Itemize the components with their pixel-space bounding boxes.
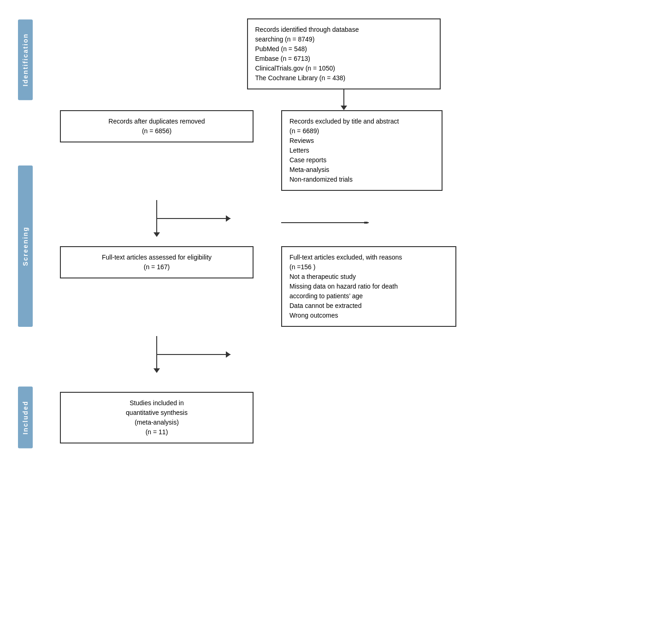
arrow-right-line1 xyxy=(281,222,373,224)
identification-label-wrapper: Identification xyxy=(9,9,41,110)
screening-right1: Records excluded by title and abstract (… xyxy=(267,110,641,191)
exft-line3: Not a therapeutic study xyxy=(289,273,356,280)
included-center: Studies included in quantitative synthes… xyxy=(46,392,267,443)
ext-line7: Non-randomized trials xyxy=(289,176,353,183)
ext-line1: Records excluded by title and abstract xyxy=(289,118,399,125)
branch-svg2 xyxy=(46,336,267,373)
inc-line2: quantitative synthesis xyxy=(126,409,188,416)
identification-box: Records identified through database sear… xyxy=(247,18,441,89)
svg-marker-1 xyxy=(341,106,347,110)
arrow-area1 xyxy=(46,200,267,237)
screening-row2: Full-text articles assessed for eligibil… xyxy=(46,246,641,327)
exft-line2: (n =156 ) xyxy=(289,263,315,271)
identification-phase: Identification Records identified throug… xyxy=(9,9,646,110)
identification-center-col: Records identified through database sear… xyxy=(233,18,454,110)
included-label: Included xyxy=(18,387,33,449)
svg-marker-8 xyxy=(364,222,369,224)
arrow-area2 xyxy=(46,336,267,373)
id-line3: PubMed (n = 548) xyxy=(255,45,307,53)
id-line2: searching (n = 8749) xyxy=(255,35,315,43)
exft-line6: Data cannot be extracted xyxy=(289,302,361,309)
ext-line5: Case reports xyxy=(289,156,326,164)
ext-line6: Meta-analysis xyxy=(289,166,329,173)
screening-label: Screening xyxy=(18,165,33,327)
arrow-right-ext1 xyxy=(267,200,641,225)
excluded-title-box: Records excluded by title and abstract (… xyxy=(281,110,443,191)
inc-line4: (n = 11) xyxy=(146,428,168,436)
screening-right2: Full-text articles excluded, with reason… xyxy=(267,246,641,327)
screening-center2: Full-text articles assessed for eligibil… xyxy=(46,246,267,278)
screening-label-wrapper: Screening xyxy=(9,110,41,382)
identification-body: Records identified through database sear… xyxy=(41,9,646,110)
screening-body: Records after duplicates removed (n = 68… xyxy=(41,110,646,382)
identification-label: Identification xyxy=(18,19,33,100)
exft-line4: Missing data on hazard ratio for death xyxy=(289,283,398,290)
ext-line3: Reviews xyxy=(289,137,314,144)
svg-marker-6 xyxy=(153,232,160,237)
screening-center1: Records after duplicates removed (n = 68… xyxy=(46,110,267,142)
id-line5: ClinicalTrials.gov (n = 1050) xyxy=(255,65,335,72)
ext-line4: Letters xyxy=(289,147,309,154)
svg-marker-13 xyxy=(153,368,160,373)
duplicates-box: Records after duplicates removed (n = 68… xyxy=(60,110,254,142)
id-line4: Embase (n = 6713) xyxy=(255,55,310,62)
screening-arrows2 xyxy=(46,336,641,373)
screening-arrows1 xyxy=(46,200,641,237)
svg-marker-11 xyxy=(226,351,230,358)
branch-svg1 xyxy=(46,200,267,237)
included-box: Studies included in quantitative synthes… xyxy=(60,392,254,443)
ext-line2: (n = 6689) xyxy=(289,127,319,135)
id-line1: Records identified through database xyxy=(255,26,359,33)
ft-line1: Full-text articles assessed for eligibil… xyxy=(102,254,212,261)
included-body: Studies included in quantitative synthes… xyxy=(41,382,646,453)
svg-marker-4 xyxy=(226,215,230,222)
inc-line1: Studies included in xyxy=(130,399,184,407)
prisma-diagram: Identification Records identified throug… xyxy=(9,9,646,453)
included-phase: Included Studies included in quantitativ… xyxy=(9,382,646,453)
inc-line3: (meta-analysis) xyxy=(135,419,179,426)
included-label-wrapper: Included xyxy=(9,382,41,453)
id-line6: The Cochrane Library (n = 438) xyxy=(255,74,346,82)
exft-line1: Full-text articles excluded, with reason… xyxy=(289,254,402,261)
screening-phase: Screening Records after duplicates remov… xyxy=(9,110,646,382)
dup-line2: (n = 6856) xyxy=(142,127,171,135)
arrow-id-to-screen xyxy=(339,89,348,110)
fulltext-box: Full-text articles assessed for eligibil… xyxy=(60,246,254,278)
exft-line5: according to patients’ age xyxy=(289,292,363,300)
ft-line2: (n = 167) xyxy=(144,263,170,271)
dup-line1: Records after duplicates removed xyxy=(108,118,205,125)
screening-row1: Records after duplicates removed (n = 68… xyxy=(46,110,641,191)
exft-line7: Wrong outcomes xyxy=(289,312,338,319)
excluded-fulltext-box: Full-text articles excluded, with reason… xyxy=(281,246,456,327)
